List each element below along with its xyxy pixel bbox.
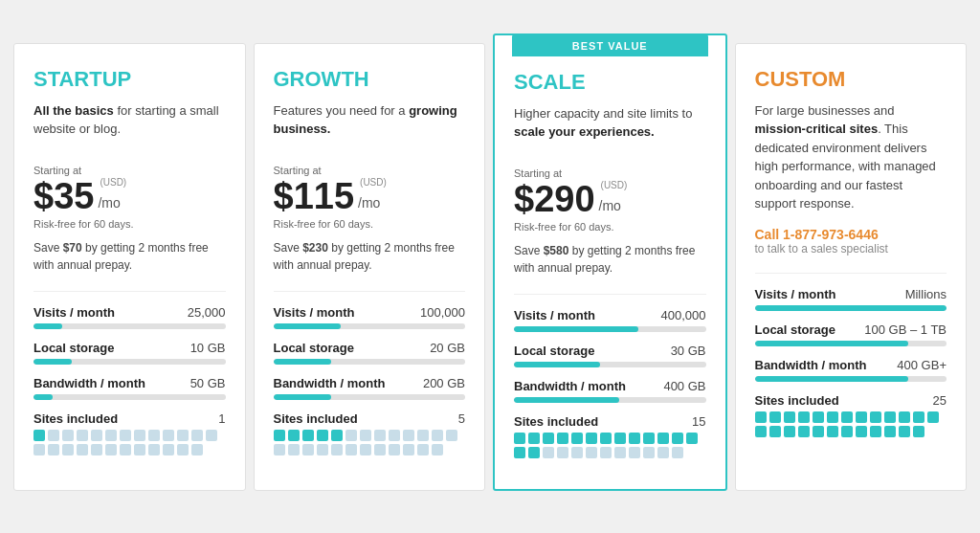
feature-label: Local storage — [755, 322, 836, 337]
dot — [191, 444, 203, 455]
dot — [274, 444, 285, 455]
dot — [148, 444, 160, 455]
dot — [288, 430, 300, 441]
dot — [317, 444, 328, 455]
dot — [557, 447, 568, 458]
plan-card-growth: GROWTHFeatures you need for a growing bu… — [254, 43, 486, 491]
dot — [643, 433, 655, 444]
feature-value: 400 GB+ — [897, 358, 947, 372]
pricing-container: STARTUPAll the basics for starting a sma… — [10, 43, 970, 491]
dot — [571, 447, 583, 458]
feature-label: Local storage — [514, 344, 595, 358]
feature-value: Millions — [905, 287, 947, 301]
dot — [841, 426, 853, 437]
dot — [77, 430, 88, 441]
starting-at-scale: Starting at — [514, 167, 706, 179]
plan-description-custom: For large businesses and mission-critica… — [755, 101, 947, 213]
bar-fill — [514, 397, 619, 403]
dot — [120, 444, 131, 455]
dot — [528, 447, 540, 458]
dot — [927, 411, 939, 423]
feature-label: Local storage — [274, 341, 355, 355]
contact-sub: to talk to a sales specialist — [755, 242, 947, 255]
dot — [755, 411, 767, 423]
feature-label: Bandwidth / month — [755, 358, 867, 372]
feature-value: 20 GB — [430, 341, 465, 355]
dot — [784, 426, 795, 437]
dot — [177, 444, 189, 455]
dot — [302, 444, 314, 455]
feature-row-local-storage-custom: Local storage 100 GB – 1 TB — [755, 322, 947, 346]
phone-number[interactable]: Call 1-877-973-6446 — [755, 227, 947, 242]
price-mo-startup: /mo — [98, 195, 126, 211]
plan-card-custom: CUSTOMFor large businesses and mission-c… — [735, 43, 968, 491]
dot — [586, 433, 597, 444]
price-row-startup: $35 (USD) /mo — [33, 178, 226, 214]
bar-fill — [755, 341, 908, 346]
plan-name-growth: GROWTH — [274, 67, 466, 92]
dot — [105, 430, 117, 441]
dot — [345, 430, 357, 441]
dot — [813, 411, 824, 423]
price-usd-scale: (USD) — [601, 181, 628, 190]
dot — [657, 447, 669, 458]
divider-custom — [755, 273, 947, 274]
dot — [827, 426, 838, 437]
save-text-growth: Save $230 by getting 2 months free with … — [274, 239, 466, 274]
dot — [769, 411, 781, 423]
dot — [686, 433, 698, 444]
bar-track — [33, 323, 226, 329]
bar-track — [514, 326, 706, 332]
price-dollar-startup: $35 — [33, 178, 94, 214]
price-dollar-growth: $115 — [274, 178, 355, 214]
dot — [432, 444, 443, 455]
plan-description-growth: Features you need for a growing business… — [274, 101, 466, 151]
bar-fill — [514, 362, 600, 367]
dot — [48, 444, 59, 455]
dot — [62, 430, 74, 441]
feature-row-bandwidth-/-month-custom: Bandwidth / month 400 GB+ — [755, 358, 947, 382]
dot — [331, 430, 343, 441]
plan-card-startup: STARTUPAll the basics for starting a sma… — [13, 43, 246, 491]
dot — [91, 444, 102, 455]
dot — [417, 444, 429, 455]
bar-fill — [274, 394, 331, 400]
dot — [629, 447, 640, 458]
price-mo-scale: /mo — [599, 198, 628, 213]
feature-row-visits-/-month-startup: Visits / month 25,000 — [33, 305, 226, 329]
bar-track — [33, 359, 226, 365]
divider-startup — [33, 291, 226, 292]
divider-scale — [514, 294, 706, 295]
feature-label: Sites included — [33, 411, 118, 426]
risk-free-startup: Risk-free for 60 days. — [33, 218, 226, 230]
dot — [543, 447, 554, 458]
dot — [105, 444, 117, 455]
feature-label: Sites included — [755, 393, 839, 408]
bar-fill — [33, 359, 72, 365]
dot — [331, 444, 343, 455]
feature-label: Visits / month — [33, 305, 115, 320]
dot — [288, 444, 300, 455]
bar-track — [274, 323, 466, 329]
feature-label: Local storage — [33, 341, 115, 355]
dot — [884, 411, 896, 423]
dots-container — [33, 430, 226, 455]
dot — [514, 433, 525, 444]
bar-track — [274, 359, 466, 365]
dot — [784, 411, 795, 423]
feature-row-local-storage-scale: Local storage 30 GB — [514, 344, 706, 367]
bar-track — [33, 394, 226, 400]
feature-row-sites-included-growth: Sites included 5 — [274, 411, 466, 455]
dot — [177, 430, 189, 441]
feature-value: 25,000 — [188, 305, 226, 320]
dot — [856, 426, 867, 437]
price-usd-growth: (USD) — [360, 178, 387, 188]
feature-row-bandwidth-/-month-scale: Bandwidth / month 400 GB — [514, 379, 706, 403]
dot — [798, 411, 810, 423]
bar-track — [514, 397, 706, 403]
dot — [899, 426, 910, 437]
dot — [432, 430, 443, 441]
dot — [614, 447, 626, 458]
feature-label: Bandwidth / month — [274, 376, 386, 390]
dot — [514, 447, 525, 458]
